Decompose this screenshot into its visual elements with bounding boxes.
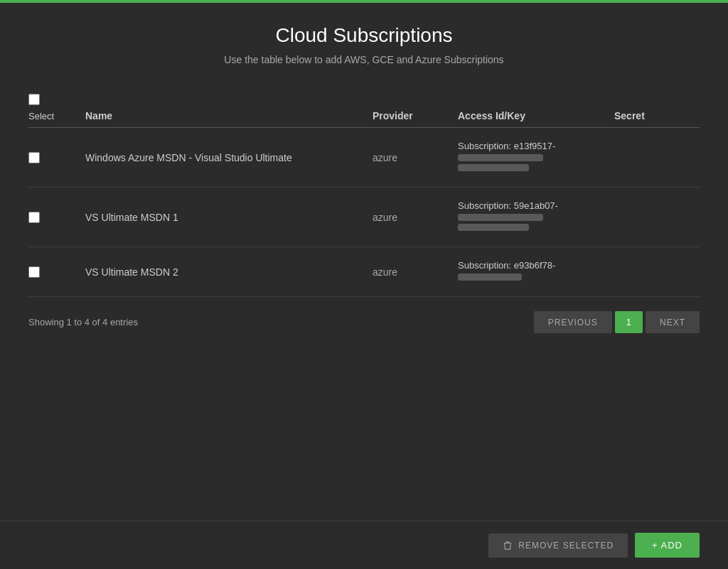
select-column-label: Select bbox=[28, 111, 54, 121]
footer-bar: REMOVE SELECTED + ADD bbox=[0, 521, 728, 569]
row-3-access-blurred-1 bbox=[458, 273, 522, 281]
row-1-access-prefix: Subscription: e13f9517- bbox=[458, 141, 614, 151]
row-2-access-blurred-2 bbox=[458, 224, 529, 231]
subscriptions-table: Select Name Provider Access Id/Key Secre… bbox=[28, 94, 700, 347]
previous-button[interactable]: PREVIOUS bbox=[534, 311, 612, 333]
page-title: Cloud Subscriptions bbox=[28, 24, 700, 47]
column-access-id: Access Id/Key bbox=[458, 110, 614, 121]
table-row: VS Ultimate MSDN 1 azure Subscription: 5… bbox=[28, 188, 700, 247]
row-3-access: Subscription: e93b6f78- bbox=[458, 260, 614, 283]
row-2-access-prefix: Subscription: 59e1ab07- bbox=[458, 200, 614, 211]
page-1-button[interactable]: 1 bbox=[615, 311, 643, 333]
row-1-access: Subscription: e13f9517- bbox=[458, 141, 614, 174]
row-1-name: Windows Azure MSDN - Visual Studio Ultim… bbox=[85, 152, 373, 163]
row-1-provider: azure bbox=[373, 152, 458, 163]
row-1-select bbox=[28, 152, 85, 163]
row-3-select bbox=[28, 266, 85, 278]
row-3-name: VS Ultimate MSDN 2 bbox=[85, 266, 373, 278]
table-header: Select Name Provider Access Id/Key Secre… bbox=[28, 94, 700, 128]
add-button[interactable]: + ADD bbox=[635, 533, 700, 558]
column-secret: Secret bbox=[614, 110, 700, 121]
row-2-access-blurred-1 bbox=[458, 214, 543, 221]
trash-icon bbox=[503, 541, 513, 551]
row-2-provider: azure bbox=[373, 212, 458, 223]
row-2-select bbox=[28, 212, 85, 223]
row-1-checkbox[interactable] bbox=[28, 152, 40, 163]
select-all-checkbox[interactable] bbox=[28, 94, 40, 105]
page-subtitle: Use the table below to add AWS, GCE and … bbox=[28, 54, 700, 65]
next-button[interactable]: NEXT bbox=[646, 311, 700, 333]
column-provider: Provider bbox=[373, 110, 458, 121]
row-2-checkbox[interactable] bbox=[28, 212, 40, 223]
row-2-name: VS Ultimate MSDN 1 bbox=[85, 212, 373, 223]
row-3-access-prefix: Subscription: e93b6f78- bbox=[458, 260, 614, 271]
table-row: VS Ultimate MSDN 2 azure Subscription: e… bbox=[28, 247, 700, 297]
showing-entries-text: Showing 1 to 4 of 4 entries bbox=[28, 317, 534, 327]
row-1-access-blurred-2 bbox=[458, 164, 529, 171]
column-select: Select bbox=[28, 94, 85, 121]
table-row: Windows Azure MSDN - Visual Studio Ultim… bbox=[28, 128, 700, 188]
row-3-checkbox[interactable] bbox=[28, 266, 40, 278]
pagination-buttons: PREVIOUS 1 NEXT bbox=[534, 311, 700, 333]
column-name: Name bbox=[85, 110, 373, 121]
row-2-access: Subscription: 59e1ab07- bbox=[458, 200, 614, 234]
remove-selected-button[interactable]: REMOVE SELECTED bbox=[488, 533, 628, 558]
pagination-row: Showing 1 to 4 of 4 entries PREVIOUS 1 N… bbox=[28, 311, 700, 347]
row-3-provider: azure bbox=[373, 266, 458, 278]
row-1-access-blurred-1 bbox=[458, 154, 543, 161]
